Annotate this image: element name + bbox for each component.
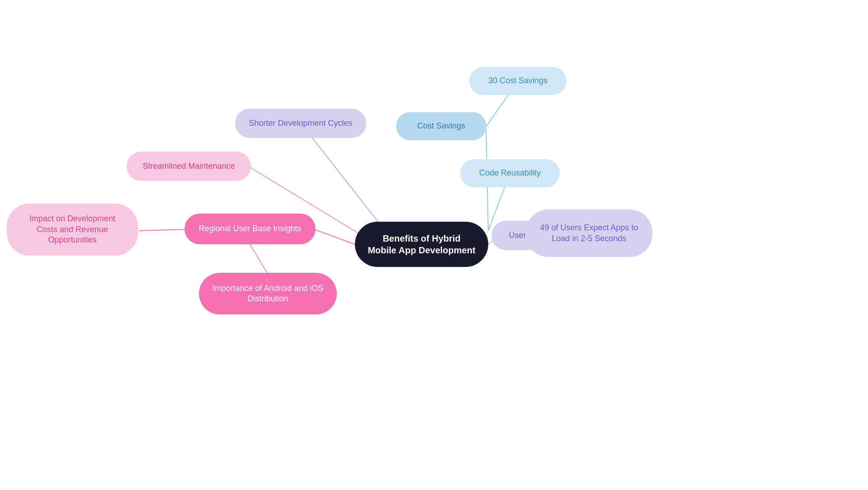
cost-savings-node: Cost Savings [396, 112, 486, 140]
svg-line-3 [139, 229, 185, 231]
users-expect-node: 49 of Users Expect Apps to Load in 2-5 S… [526, 209, 652, 257]
shorter-dev-cycles-node: Shorter Development Cycles [235, 109, 366, 138]
svg-line-4 [250, 244, 268, 274]
svg-line-2 [314, 229, 355, 244]
center-node: Benefits of Hybrid Mobile App Developmen… [355, 222, 488, 267]
impact-costs-node: Impact on Development Costs and Revenue … [7, 204, 138, 256]
svg-line-0 [301, 123, 380, 224]
regional-insights-node: Regional User Base Insights [184, 214, 316, 244]
streamlined-maintenance-node: Streamlined Maintenance [127, 152, 251, 181]
code-reusability-node: Code Reusability [460, 159, 560, 187]
android-ios-node: Importance of Android and iOS Distributi… [199, 273, 337, 314]
thirty-cost-savings-node: 30 Cost Savings [469, 67, 566, 95]
